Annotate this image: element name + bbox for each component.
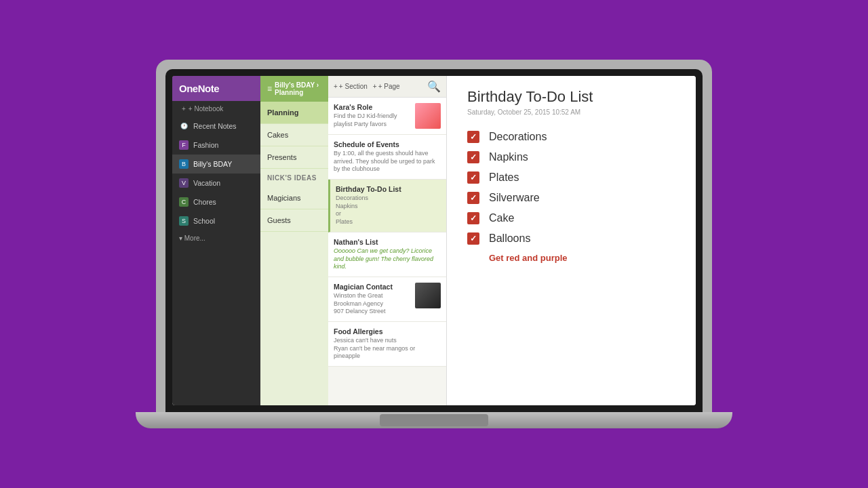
page-list: ++ Section ++ Page 🔍 Kara's Role <box>328 76 447 405</box>
billys-bday-icon: B <box>179 159 189 169</box>
checkbox-napkins[interactable] <box>467 151 479 163</box>
chores-icon: C <box>179 197 189 207</box>
sidebar-item-chores[interactable]: C Chores <box>172 192 260 211</box>
sidebar-item-school[interactable]: S School <box>172 211 260 230</box>
add-section-button[interactable]: ++ Section <box>334 83 368 90</box>
magician-thumbnail <box>415 283 441 308</box>
add-page-button[interactable]: ++ Page <box>373 83 400 90</box>
main-content: Birthday To-Do List Saturday, October 25… <box>447 76 696 405</box>
fashion-icon: F <box>179 140 189 150</box>
page-item-magician-contact[interactable]: Magician Contact Winston the GreatBrookm… <box>328 277 446 322</box>
section-header: ≡ Billy's BDAY › Planning <box>260 76 328 102</box>
vacation-icon: V <box>179 178 189 188</box>
page-item-nathans-list[interactable]: Nathan's List Oooooo Can we get candy? L… <box>328 232 446 277</box>
sidebar: OneNote ++ Notebook 🕐 Recent Notes F Fas… <box>172 76 260 405</box>
todo-item-decorations[interactable]: Decorations <box>467 131 675 143</box>
section-planning[interactable]: Planning <box>260 102 328 124</box>
checkbox-cake[interactable] <box>467 212 479 224</box>
page-item-karas-role[interactable]: Kara's Role Find the DJ Kid-friendly pla… <box>328 98 446 135</box>
todo-item-balloons[interactable]: Balloons <box>467 232 675 245</box>
recent-notes-icon: 🕐 <box>179 121 189 131</box>
trackpad[interactable] <box>380 414 488 426</box>
hamburger-icon: ≡ <box>267 84 272 94</box>
page-list-header: ++ Section ++ Page 🔍 <box>328 76 446 98</box>
section-list: ≡ Billy's BDAY › Planning Planning Cakes… <box>260 76 328 405</box>
nick-header: NICK'S IDEAS <box>260 169 328 187</box>
section-magicians[interactable]: Magicians <box>260 187 328 209</box>
todo-item-silverware[interactable]: Silverware <box>467 192 675 204</box>
page-item-food-allergies[interactable]: Food Allergies Jessica can't have nutsRy… <box>328 322 446 367</box>
sidebar-item-fashion[interactable]: F Fashion <box>172 136 260 155</box>
todo-list: Decorations Napkins Plates <box>447 131 696 263</box>
sidebar-item-billys-bday[interactable]: B Billy's BDAY <box>172 155 260 174</box>
todo-item-cake[interactable]: Cake <box>467 212 675 224</box>
page-title: Birthday To-Do List <box>467 88 675 106</box>
karas-role-thumbnail <box>415 103 441 129</box>
checkbox-silverware[interactable] <box>467 192 479 204</box>
section-guests[interactable]: Guests <box>260 209 328 232</box>
more-button[interactable]: ▾ More... <box>172 230 260 246</box>
todo-item-plates[interactable]: Plates <box>467 171 675 184</box>
checkbox-balloons[interactable] <box>467 232 479 245</box>
note-text: Get red and purple <box>467 253 675 263</box>
section-cakes[interactable]: Cakes <box>260 124 328 146</box>
app-logo: OneNote <box>172 76 260 101</box>
search-icon[interactable]: 🔍 <box>427 80 441 93</box>
school-icon: S <box>179 216 189 226</box>
checkbox-decorations[interactable] <box>467 131 479 143</box>
page-date: Saturday, October 25, 2015 10:52 AM <box>467 108 675 116</box>
todo-item-napkins[interactable]: Napkins <box>467 151 675 163</box>
sidebar-item-recent-notes[interactable]: 🕐 Recent Notes <box>172 117 260 136</box>
page-item-schedule[interactable]: Schedule of Events By 1:00, all the gues… <box>328 135 446 180</box>
checkbox-plates[interactable] <box>467 171 479 184</box>
sidebar-item-vacation[interactable]: V Vacation <box>172 174 260 192</box>
add-notebook-button[interactable]: ++ Notebook <box>172 101 260 117</box>
page-item-birthday-todo[interactable]: Birthday To-Do List DecorationsNapkinsor… <box>328 180 446 232</box>
section-presents[interactable]: Presents <box>260 146 328 169</box>
